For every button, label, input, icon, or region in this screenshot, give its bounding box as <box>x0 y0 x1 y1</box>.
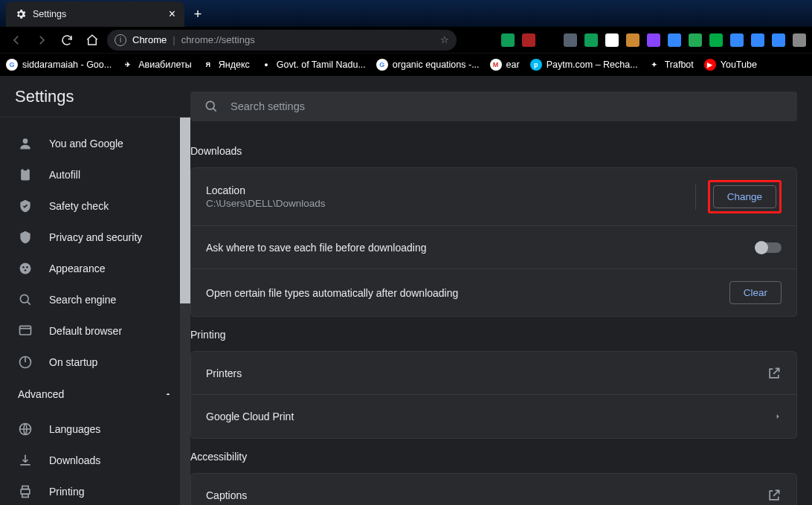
favicon: ▶ <box>704 59 716 71</box>
sidebar-item[interactable]: Autofill <box>0 159 190 190</box>
extension-icon[interactable] <box>772 33 785 47</box>
sidebar-item[interactable]: On startup <box>0 347 190 378</box>
bookmark-item[interactable]: ▶YouTube <box>704 59 757 71</box>
sidebar-item-label: Safety check <box>49 200 109 212</box>
sidebar-item[interactable]: Privacy and security <box>0 222 190 253</box>
back-button[interactable] <box>6 30 27 51</box>
extension-icon[interactable] <box>668 33 681 47</box>
favicon: ✈ <box>122 59 134 71</box>
site-info-icon[interactable]: i <box>115 34 126 46</box>
bookmark-item[interactable]: ✦Trafbot <box>648 59 694 71</box>
close-icon[interactable]: × <box>169 7 175 21</box>
svg-point-14 <box>206 101 214 109</box>
bookmark-label: Paytm.com – Recha... <box>547 59 638 70</box>
sidebar-icon <box>18 136 33 151</box>
home-button[interactable] <box>82 30 103 51</box>
sidebar-item-label: Privacy and security <box>49 231 142 243</box>
bookmark-item[interactable]: Gsiddaramaiah - Goo... <box>6 59 112 71</box>
section-title-accessibility: Accessibility <box>190 451 797 463</box>
change-button[interactable]: Change <box>713 185 776 208</box>
browser-tab[interactable]: Settings × <box>6 1 184 27</box>
auto-open-label: Open certain file types automatically af… <box>206 287 729 299</box>
sidebar-icon <box>18 199 33 213</box>
search-icon <box>204 99 219 114</box>
printing-card: Printers Google Cloud Print <box>190 351 797 439</box>
sidebar-item[interactable]: Default browser <box>0 315 190 347</box>
sidebar-item-label: Appearance <box>49 263 106 274</box>
svg-rect-2 <box>24 168 28 170</box>
reload-button[interactable] <box>57 30 77 51</box>
svg-rect-8 <box>20 326 31 335</box>
new-tab-button[interactable]: + <box>187 4 208 25</box>
svg-rect-12 <box>22 486 28 489</box>
settings-page: Settings You and GoogleAutofillSafety ch… <box>0 76 812 505</box>
sidebar-item[interactable]: Languages <box>0 414 190 445</box>
ask-where-toggle[interactable] <box>756 242 782 253</box>
extension-icon[interactable] <box>605 33 619 47</box>
gear-icon <box>15 8 27 20</box>
location-value: C:\Users\DELL\Downloads <box>206 198 689 209</box>
sidebar-icon <box>18 167 33 182</box>
bookmark-star-icon[interactable]: ☆ <box>440 34 449 45</box>
svg-point-3 <box>20 263 31 274</box>
bookmark-label: Govt. of Tamil Nadu... <box>277 59 366 70</box>
svg-rect-11 <box>21 489 30 495</box>
tab-strip: Settings × + <box>0 0 812 27</box>
bookmark-item[interactable]: Mear <box>490 59 520 71</box>
extension-icon[interactable] <box>584 33 598 47</box>
sidebar-item-label: Languages <box>49 423 100 435</box>
sidebar-item[interactable]: You and Google <box>0 128 190 159</box>
bookmark-item[interactable]: ✈Авиабилеты <box>122 59 192 71</box>
google-cloud-print-row[interactable]: Google Cloud Print <box>191 395 796 438</box>
sidebar-item-label: Search engine <box>49 294 116 306</box>
sidebar-icon <box>18 355 33 370</box>
bookmark-item[interactable]: Gorganic equations -... <box>376 59 480 71</box>
sidebar-group-advanced[interactable]: Advanced <box>0 378 190 403</box>
extension-icon[interactable] <box>564 33 577 47</box>
extension-icon[interactable] <box>689 33 702 47</box>
search-placeholder: Search settings <box>231 100 305 112</box>
extension-icon[interactable] <box>626 33 639 47</box>
sidebar: Settings You and GoogleAutofillSafety ch… <box>0 76 190 505</box>
clear-button[interactable]: Clear <box>729 281 782 304</box>
url-separator: | <box>173 34 175 45</box>
sidebar-list: You and GoogleAutofillSafety checkPrivac… <box>0 118 190 378</box>
captions-label: Captions <box>206 489 767 501</box>
chevron-up-icon <box>164 390 173 399</box>
sidebar-item[interactable]: Appearance <box>0 253 190 284</box>
sidebar-item[interactable]: Search engine <box>0 284 190 315</box>
address-bar[interactable]: i Chrome | chrome://settings ☆ <box>107 30 457 51</box>
bookmark-label: siddaramaiah - Goo... <box>22 59 112 70</box>
extension-icon[interactable] <box>647 33 660 47</box>
bookmark-label: YouTube <box>721 59 757 70</box>
extension-icon[interactable] <box>730 33 744 47</box>
extension-icon[interactable] <box>709 33 723 47</box>
tab-title: Settings <box>33 9 163 19</box>
extension-icon[interactable] <box>522 33 535 47</box>
bookmark-item[interactable]: ЯЯндекс <box>202 59 250 71</box>
bookmark-item[interactable]: ●Govt. of Tamil Nadu... <box>260 59 366 71</box>
printers-row[interactable]: Printers <box>191 352 796 395</box>
bookmark-item[interactable]: pPaytm.com – Recha... <box>530 59 638 71</box>
scrollbar-thumb[interactable] <box>180 118 190 303</box>
sidebar-item[interactable]: Downloads <box>0 445 190 476</box>
extension-icon[interactable] <box>751 33 764 47</box>
sidebar-item[interactable]: Printing <box>0 476 190 505</box>
forward-button[interactable] <box>31 30 52 51</box>
captions-row[interactable]: Captions <box>191 474 796 505</box>
toggle-knob <box>755 241 768 254</box>
ask-where-row: Ask where to save each file before downl… <box>191 226 796 269</box>
extension-icon[interactable] <box>793 33 806 47</box>
extension-icon[interactable] <box>543 33 556 47</box>
ask-where-label: Ask where to save each file before downl… <box>206 242 756 254</box>
favicon: p <box>530 59 542 71</box>
svg-point-6 <box>25 269 27 271</box>
svg-rect-13 <box>22 494 28 497</box>
scrollbar[interactable] <box>180 118 190 505</box>
divider <box>695 184 696 210</box>
extension-icon[interactable] <box>501 33 515 47</box>
download-location-row: Location C:\Users\DELL\Downloads Change <box>191 168 796 226</box>
search-settings[interactable]: Search settings <box>190 91 797 121</box>
favicon: G <box>376 59 388 71</box>
sidebar-item[interactable]: Safety check <box>0 190 190 222</box>
